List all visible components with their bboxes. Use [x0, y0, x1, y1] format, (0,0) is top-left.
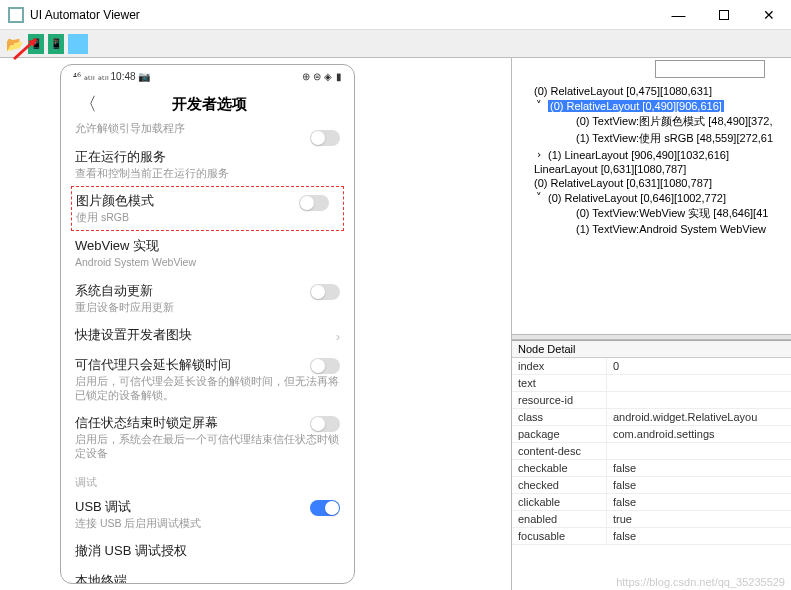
setting-title: 正在运行的服务 [75, 148, 340, 166]
detail-key: checkable [512, 460, 607, 476]
setting-title: 本地终端 [75, 572, 340, 583]
page-title: 开发者选项 [75, 95, 344, 114]
detail-key: enabled [512, 511, 607, 527]
setting-title: WebView 实现 [75, 237, 340, 255]
tree-node[interactable]: (0) RelativeLayout [0,631][1080,787] [514, 176, 789, 190]
device-screenshot-icon[interactable]: 📱 [28, 34, 44, 54]
expand-icon[interactable]: ˅ [533, 191, 545, 204]
chevron-right-icon: › [336, 330, 340, 344]
detail-row[interactable]: focusablefalse [512, 528, 791, 545]
detail-value: com.android.settings [607, 426, 791, 442]
save-icon[interactable] [68, 34, 88, 54]
detail-row[interactable]: checkedfalse [512, 477, 791, 494]
expand-icon[interactable]: › [533, 148, 545, 161]
detail-key: checked [512, 477, 607, 493]
tree-node[interactable]: ›(1) LinearLayout [906,490][1032,616] [514, 147, 789, 162]
setting-row[interactable]: 撤消 USB 调试授权 [61, 536, 354, 566]
setting-subtitle: 重启设备时应用更新 [75, 301, 340, 315]
detail-value: android.widget.RelativeLayou [607, 409, 791, 425]
detail-key: content-desc [512, 443, 607, 459]
detail-value [607, 392, 791, 408]
tree-node-label: (0) TextView:WebView 实现 [48,646][41 [576, 206, 768, 221]
phone-status-bar: ⁴⁶ ₐₜₗₗ ₐₜₗₗ 10:48 📷 ⊕ ⊜ ◈ ▮ [61, 65, 354, 87]
detail-row[interactable]: content-desc [512, 443, 791, 460]
detail-value [607, 375, 791, 391]
node-detail-panel: Node Detail index0textresource-idclassan… [512, 340, 791, 590]
setting-row[interactable]: 图片颜色模式使用 sRGB [71, 186, 344, 231]
tree-search-input[interactable] [655, 60, 765, 78]
detail-value [607, 443, 791, 459]
detail-value: false [607, 477, 791, 493]
setting-title: USB 调试 [75, 498, 340, 516]
setting-title: 系统自动更新 [75, 282, 340, 300]
inspector-pane: (0) RelativeLayout [0,475][1080,631]˅(0)… [511, 58, 791, 590]
detail-row[interactable]: enabledtrue [512, 511, 791, 528]
open-icon[interactable]: 📂 [4, 34, 24, 54]
setting-row[interactable]: USB 调试连接 USB 后启用调试模式 [61, 492, 354, 537]
detail-row[interactable]: checkablefalse [512, 460, 791, 477]
detail-row[interactable]: classandroid.widget.RelativeLayou [512, 409, 791, 426]
signal-icon: ⁴⁶ ₐₜₗₗ ₐₜₗₗ [73, 71, 109, 82]
tree-node[interactable]: (1) TextView:使用 sRGB [48,559][272,61 [514, 130, 789, 147]
section-header: 调试 [61, 467, 354, 492]
detail-table[interactable]: index0textresource-idclassandroid.widget… [512, 358, 791, 590]
setting-subtitle: 查看和控制当前正在运行的服务 [75, 167, 340, 181]
tree-node-label: LinearLayout [0,631][1080,787] [534, 163, 686, 175]
setting-subtitle: 启用后，系统会在最后一个可信代理结束信任状态时锁定设备 [75, 433, 340, 460]
hierarchy-tree[interactable]: (0) RelativeLayout [0,475][1080,631]˅(0)… [512, 58, 791, 334]
tree-node-label: (0) RelativeLayout [0,646][1002,772] [548, 192, 726, 204]
tree-node[interactable]: (0) TextView:图片颜色模式 [48,490][372, [514, 113, 789, 130]
setting-row[interactable]: 系统自动更新重启设备时应用更新 [61, 276, 354, 321]
toolbar: 📂 📱 📱 [0, 30, 791, 58]
tree-node[interactable]: LinearLayout [0,631][1080,787] [514, 162, 789, 176]
detail-key: focusable [512, 528, 607, 544]
work-area: ⁴⁶ ₐₜₗₗ ₐₜₗₗ 10:48 📷 ⊕ ⊜ ◈ ▮ 〈 开发者选项 允许解… [0, 58, 791, 590]
detail-key: resource-id [512, 392, 607, 408]
device-screenshot[interactable]: ⁴⁶ ₐₜₗₗ ₐₜₗₗ 10:48 📷 ⊕ ⊜ ◈ ▮ 〈 开发者选项 允许解… [60, 64, 355, 584]
setting-row[interactable]: 快捷设置开发者图块› [61, 320, 354, 350]
tree-node-label: (1) TextView:使用 sRGB [48,559][272,61 [576, 131, 773, 146]
detail-row[interactable]: index0 [512, 358, 791, 375]
window-title: UI Automator Viewer [30, 8, 656, 22]
detail-value: 0 [607, 358, 791, 374]
setting-row[interactable]: 信任状态结束时锁定屏幕启用后，系统会在最后一个可信代理结束信任状态时锁定设备 [61, 408, 354, 466]
toggle-switch[interactable] [310, 284, 340, 300]
close-button[interactable]: ✕ [746, 0, 791, 29]
status-icons: ⊕ ⊜ ◈ [302, 71, 332, 82]
tree-node[interactable]: (1) TextView:Android System WebView [514, 222, 789, 236]
detail-header: Node Detail [512, 341, 791, 358]
detail-key: clickable [512, 494, 607, 510]
setting-title: 快捷设置开发者图块 [75, 326, 340, 344]
toggle-switch[interactable] [310, 500, 340, 516]
setting-row[interactable]: 正在运行的服务查看和控制当前正在运行的服务 [61, 142, 354, 187]
toggle-switch[interactable] [299, 195, 329, 211]
device-dump-icon[interactable]: 📱 [48, 34, 64, 54]
tree-node[interactable]: (0) RelativeLayout [0,475][1080,631] [514, 84, 789, 98]
title-bar: UI Automator Viewer — ✕ [0, 0, 791, 30]
setting-subtitle: 使用 sRGB [76, 211, 339, 225]
tree-node-label: (0) RelativeLayout [0,631][1080,787] [534, 177, 712, 189]
detail-row[interactable]: packagecom.android.settings [512, 426, 791, 443]
detail-row[interactable]: clickablefalse [512, 494, 791, 511]
maximize-button[interactable] [701, 0, 746, 29]
settings-list: 允许解锁引导加载程序正在运行的服务查看和控制当前正在运行的服务图片颜色模式使用 … [61, 121, 354, 583]
toggle-switch[interactable] [310, 416, 340, 432]
camera-icon: 📷 [138, 71, 150, 82]
minimize-button[interactable]: — [656, 0, 701, 29]
tree-node-label: (0) RelativeLayout [0,490][906,616] [548, 100, 724, 112]
setting-title: 撤消 USB 调试授权 [75, 542, 340, 560]
detail-key: text [512, 375, 607, 391]
detail-row[interactable]: text [512, 375, 791, 392]
setting-row[interactable]: 允许解锁引导加载程序 [61, 122, 354, 142]
setting-row[interactable]: WebView 实现Android System WebView [61, 231, 354, 276]
tree-node[interactable]: ˅(0) RelativeLayout [0,490][906,616] [514, 98, 789, 113]
status-time: 10:48 [111, 71, 136, 82]
tree-node[interactable]: (0) TextView:WebView 实现 [48,646][41 [514, 205, 789, 222]
setting-row[interactable]: 本地终端启用终端应用，以便在本地访问 Shell [61, 566, 354, 583]
detail-key: index [512, 358, 607, 374]
toggle-switch[interactable] [310, 358, 340, 374]
tree-node[interactable]: ˅(0) RelativeLayout [0,646][1002,772] [514, 190, 789, 205]
expand-icon[interactable]: ˅ [533, 99, 545, 112]
setting-row[interactable]: 可信代理只会延长解锁时间启用后，可信代理会延长设备的解锁时间，但无法再将已锁定的… [61, 350, 354, 408]
detail-row[interactable]: resource-id [512, 392, 791, 409]
